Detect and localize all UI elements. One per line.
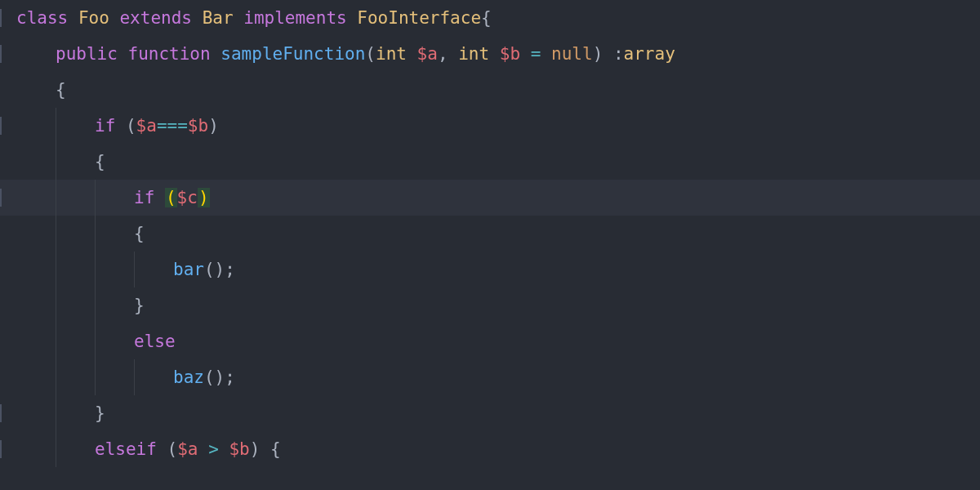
token-tok: [118, 44, 128, 64]
code-line[interactable]: {: [0, 144, 980, 180]
token-type: int: [376, 44, 407, 64]
gutter-fold-marker: [0, 9, 2, 27]
token-op: =: [531, 44, 541, 64]
token-tok: [68, 8, 78, 28]
token-tok: [541, 44, 551, 64]
code-content: class Foo extends Bar implements FooInte…: [16, 10, 492, 27]
token-kw: extends: [119, 8, 192, 28]
code-line[interactable]: if ($a===$b): [0, 108, 980, 144]
token-punct: ,: [438, 44, 458, 64]
token-punct: }: [95, 403, 105, 423]
code-content: {: [16, 82, 66, 99]
code-content: }: [16, 297, 145, 314]
code-line[interactable]: class Foo extends Bar implements FooInte…: [0, 0, 980, 36]
token-match-paren-green: (: [165, 188, 177, 207]
token-tok: [198, 439, 208, 459]
token-cls: Bar: [203, 8, 234, 28]
code-content: {: [16, 225, 145, 243]
code-line[interactable]: public function sampleFunction(int $a, i…: [0, 36, 980, 72]
code-content: {: [16, 154, 105, 171]
token-type: array: [624, 44, 675, 64]
token-var: $a: [177, 439, 198, 459]
code-line[interactable]: baz();: [0, 359, 980, 395]
code-line[interactable]: }: [0, 287, 980, 323]
code-content: public function sampleFunction(int $a, i…: [16, 46, 675, 63]
token-tok: [234, 8, 244, 28]
token-kw: implements: [243, 8, 346, 28]
token-if-kw: if: [95, 116, 115, 136]
gutter-fold-marker: [0, 404, 2, 422]
token-tok: [520, 44, 531, 64]
token-cursor-var: $c: [177, 188, 198, 207]
token-if-kw: elseif: [95, 439, 157, 459]
token-tok: [192, 8, 203, 28]
token-op: >: [208, 439, 219, 459]
token-kw: class: [16, 8, 68, 28]
token-fn: baz: [173, 368, 204, 387]
gutter-fold-marker: [0, 440, 2, 458]
token-var: $b: [188, 116, 208, 136]
token-tok: [219, 439, 229, 459]
code-content: bar();: [16, 261, 235, 278]
token-punct: ) :: [593, 44, 624, 64]
code-content: elseif ($a > $b) {: [16, 441, 281, 458]
token-punct: ): [208, 116, 219, 136]
token-punct: ();: [204, 260, 235, 279]
code-content: if ($c): [16, 189, 210, 207]
token-var: $a: [136, 116, 157, 136]
token-punct: }: [134, 296, 145, 315]
token-punct: (: [126, 116, 136, 136]
token-punct: (: [365, 44, 376, 64]
token-cls: FooInterface: [357, 8, 481, 28]
token-punct: (: [167, 439, 178, 459]
token-punct: ();: [204, 368, 235, 387]
token-type: int: [458, 44, 489, 64]
token-tok: [211, 44, 221, 64]
code-line[interactable]: }: [0, 395, 980, 431]
token-var: $a: [417, 44, 438, 64]
token-tok: [154, 188, 165, 207]
code-line[interactable]: if ($c): [0, 180, 980, 216]
code-content: baz();: [16, 369, 235, 386]
token-kw: function: [128, 44, 211, 64]
code-line[interactable]: elseif ($a > $b) {: [0, 431, 980, 467]
code-editor[interactable]: class Foo extends Bar implements FooInte…: [0, 0, 980, 490]
code-line[interactable]: {: [0, 216, 980, 252]
token-punct: {: [134, 224, 145, 243]
token-tok: [115, 116, 126, 136]
code-line[interactable]: {: [0, 72, 980, 108]
code-content: if ($a===$b): [16, 118, 219, 135]
token-tok: [157, 439, 167, 459]
code-content: }: [16, 405, 105, 422]
token-tok: [347, 8, 358, 28]
gutter-fold-marker: [0, 45, 2, 63]
token-tok: [109, 8, 120, 28]
gutter-fold-marker: [0, 117, 2, 135]
token-var: $b: [229, 439, 249, 459]
gutter-fold-marker: [0, 189, 2, 207]
token-op: ===: [157, 116, 188, 136]
token-tok: [489, 44, 500, 64]
token-cls: Foo: [78, 8, 109, 28]
token-fn: sampleFunction: [220, 44, 365, 64]
token-kw: public: [56, 44, 118, 64]
token-var: $b: [500, 44, 520, 64]
token-num-null: null: [551, 44, 593, 64]
token-punct: {: [95, 152, 105, 172]
token-punct: {: [481, 8, 492, 28]
token-punct: {: [56, 80, 66, 100]
token-else-kw: else: [134, 332, 176, 351]
code-line[interactable]: else: [0, 323, 980, 359]
code-line[interactable]: bar();: [0, 252, 980, 287]
token-match-paren-green: ): [198, 188, 210, 207]
token-if-kw: if: [134, 188, 154, 207]
token-fn: bar: [173, 260, 204, 279]
token-punct: ) {: [250, 439, 281, 459]
token-tok: [407, 44, 417, 64]
code-content: else: [16, 333, 176, 350]
